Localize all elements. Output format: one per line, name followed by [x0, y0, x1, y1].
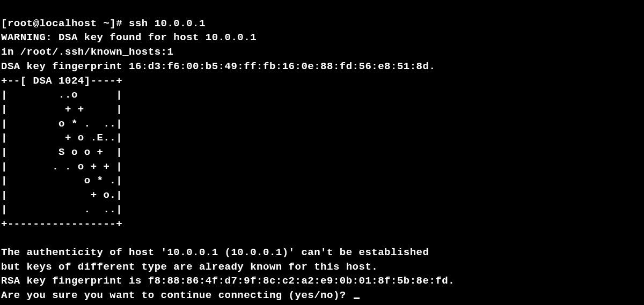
- shell-prompt-line: [root@localhost ~]# ssh 10.0.0.1: [1, 18, 206, 29]
- randomart-row: | o * . ..|: [1, 118, 122, 130]
- randomart-row: | + o .E..|: [1, 132, 122, 144]
- confirm-prompt-text: Are you sure you want to continue connec…: [1, 289, 353, 301]
- randomart-row: | + + |: [1, 103, 122, 115]
- auth-line-1: The authenticity of host '10.0.0.1 (10.0…: [1, 247, 429, 258]
- warning-line-1: WARNING: DSA key found for host 10.0.0.1: [1, 32, 257, 43]
- randomart-row: | S o o + |: [1, 146, 122, 158]
- randomart-header: +--[ DSA 1024]----+: [1, 75, 122, 87]
- confirm-prompt-line[interactable]: Are you sure you want to continue connec…: [1, 289, 360, 301]
- randomart-footer: +-----------------+: [1, 218, 122, 230]
- terminal[interactable]: [root@localhost ~]# ssh 10.0.0.1 WARNING…: [0, 0, 644, 305]
- rsa-fingerprint-line: RSA key fingerprint is f8:88:86:4f:d7:9f…: [1, 275, 455, 287]
- randomart-row: | ..o |: [1, 89, 122, 101]
- randomart-row: | . . o + + |: [1, 161, 122, 173]
- randomart-row: | . ..|: [1, 204, 122, 215]
- auth-line-2: but keys of different type are already k…: [1, 261, 378, 273]
- cursor-icon: [354, 297, 360, 299]
- randomart-row: | + o.|: [1, 189, 122, 201]
- warning-line-2: in /root/.ssh/known_hosts:1: [1, 46, 173, 58]
- dsa-fingerprint-line: DSA key fingerprint 16:d3:f6:00:b5:49:ff…: [1, 61, 435, 72]
- randomart-row: | o * .|: [1, 175, 122, 187]
